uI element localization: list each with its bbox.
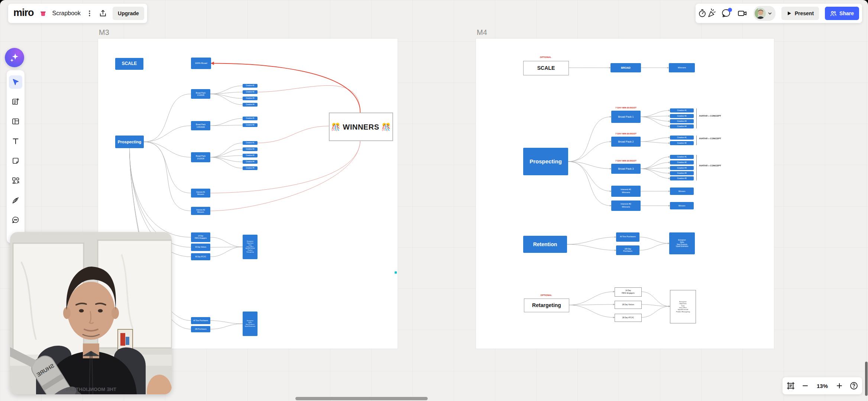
diagram-node-c2b[interactable]: Creative #2 <box>670 141 694 145</box>
diagram-node-c1c[interactable]: Creative #3 <box>243 97 258 100</box>
tool-text[interactable] <box>9 134 22 148</box>
board-title[interactable]: Scrapbook <box>52 10 81 17</box>
note-annotation: AVATAR + CONCEPT <box>699 115 721 117</box>
diagram-node-bp1[interactable]: Broad Pack 1/1/2026 <box>191 89 210 99</box>
tool-templates[interactable] <box>9 95 22 108</box>
diagram-node-c3d[interactable]: Creative #4 <box>670 171 694 175</box>
diagram-node-c1c[interactable]: Creative #3 <box>670 119 694 123</box>
note-annotation: AVATAR + CONCEPT <box>699 164 721 167</box>
diagram-node-bp3[interactable]: Broad Pack 2/1/2026 <box>191 152 210 162</box>
diagram-node-c3e[interactable]: Creative #5 <box>243 166 258 170</box>
upgrade-button[interactable]: Upgrade <box>113 7 144 20</box>
diagram-node-c3c[interactable]: Creative #3 <box>670 166 694 170</box>
diagram-node-c1a[interactable]: Creative #1 <box>243 84 258 88</box>
diagram-node-int1[interactable]: Interest #1 Winners <box>191 189 210 198</box>
diagram-node-scale[interactable]: SCALE <box>115 58 143 70</box>
diagram-node-scalew[interactable]: SCALE <box>523 61 569 75</box>
diagram-node-broad[interactable]: BROAD <box>610 63 641 72</box>
bracket-line <box>696 108 697 128</box>
diagram-node-retbox[interactable]: Evergreen Sales New Products Upsell Exte… <box>669 232 695 254</box>
zoom-in-button[interactable] <box>836 382 843 389</box>
present-button[interactable]: Present <box>781 7 819 20</box>
diagram-node-btbox[interactable]: Evergreen Sales New Products Upsell Exte… <box>243 312 258 336</box>
diagram-node-c3e[interactable]: Creative #5 <box>670 176 694 180</box>
miro-logo[interactable]: miro <box>13 7 34 19</box>
diagram-node-c2a[interactable]: Creative #1 <box>243 117 258 120</box>
tool-select[interactable] <box>9 75 22 89</box>
diagram-node-rt3[interactable]: 90 Day ATC/IC <box>191 253 210 260</box>
diagram-node-c2a[interactable]: Creative #1 <box>670 136 694 140</box>
diagram-node-c3c[interactable]: Creative #3 <box>243 154 258 157</box>
diagram-node-c1b[interactable]: Creative #2 <box>243 90 258 94</box>
diagram-node-broad100[interactable]: 100% Broad <box>191 58 211 69</box>
shirt-text: THE MOONLIGHTERS <box>66 387 116 392</box>
more-menu-icon[interactable] <box>86 10 93 17</box>
diagram-node-bp3[interactable]: Broad Pack 3 <box>611 164 641 174</box>
diagram-node-w1[interactable]: Winners <box>670 188 694 195</box>
export-icon[interactable] <box>98 9 107 18</box>
tool-comment[interactable] <box>9 213 22 226</box>
diagram-node-bp2[interactable]: Broad Pack 1/15/2026 <box>191 121 210 130</box>
diagram-node-c1a[interactable]: Creative #1 <box>670 108 694 113</box>
red-annotation: 7 DAY MIN BUDGET <box>611 107 641 109</box>
diagram-node-c1d[interactable]: Creative #4 <box>670 124 694 128</box>
diagram-node-r28a[interactable]: 28 Day ATC/IC <box>615 314 642 322</box>
tool-sticky-note[interactable] <box>9 154 22 167</box>
video-chat-icon[interactable] <box>737 9 748 18</box>
help-button[interactable] <box>849 381 858 390</box>
diagram-node-rtbox[interactable]: Evergreen Objections Data Intro Offers U… <box>243 235 258 259</box>
diagram-node-bt1[interactable]: All Time Purchasers <box>191 317 210 324</box>
diagram-node-int1[interactable]: Interest #1 Winners <box>611 186 641 197</box>
fit-to-screen-icon[interactable] <box>786 381 795 390</box>
comments-icon[interactable] <box>722 9 731 18</box>
diagram-node-rt2[interactable]: 30 Day Visitors <box>191 244 210 251</box>
board-project-icon[interactable] <box>39 9 47 17</box>
diagram-node-c3a[interactable]: Creative #1 <box>243 141 258 145</box>
horizontal-scrollbar[interactable] <box>295 397 428 400</box>
diagram-node-rt1[interactable]: 14 Day FB/IG Engagers <box>191 232 210 242</box>
vertical-scrollbar[interactable] <box>865 362 868 396</box>
zoom-out-button[interactable] <box>802 382 809 389</box>
account-menu[interactable] <box>754 6 775 21</box>
diagram-node-c3d[interactable]: Creative #4 <box>243 160 258 164</box>
frame-m3-title[interactable]: M3 <box>99 28 109 37</box>
tool-frames[interactable] <box>9 115 22 128</box>
diagram-node-d180[interactable]: 180 Day Purchasers <box>616 245 639 255</box>
diagram-node-rtgbox[interactable]: Evergreen Objections Data Intro Offers U… <box>670 290 696 323</box>
red-annotation: OPTIONAL <box>524 294 569 296</box>
tool-shapes[interactable] <box>9 174 22 187</box>
diagram-node-atp[interactable]: All Time Purchasers <box>616 232 639 242</box>
diagram-node-bp2[interactable]: Broad Pack 2 <box>611 137 641 147</box>
diagram-node-retention[interactable]: Retention <box>523 236 567 253</box>
diagram-node-prospecting[interactable]: Prospecting <box>115 136 144 148</box>
diagram-node-r28v[interactable]: 28 Day Visitors <box>615 301 642 309</box>
frame-m4-title[interactable]: M4 <box>477 28 487 37</box>
webcam-video-overlay[interactable]: SHURE THE MOONLIGHTERS <box>10 232 172 394</box>
diagram-node-c1d[interactable]: Creative #4 <box>243 103 258 107</box>
ai-assist-button[interactable] <box>5 48 24 67</box>
share-button[interactable]: Share <box>825 7 859 20</box>
diagram-node-c2b[interactable]: Creative #2 <box>243 123 258 127</box>
diagram-node-int2[interactable]: Interest #2 Winners <box>191 207 210 215</box>
diagram-node-c1b[interactable]: Creative #2 <box>670 114 694 118</box>
diagram-node-c3a[interactable]: Creative #1 <box>670 155 694 159</box>
diagram-node-prospecting[interactable]: Prospecting <box>523 148 568 175</box>
diagram-node-wtop[interactable]: Winners <box>669 63 695 72</box>
diagram-node-c3b[interactable]: Creative #2 <box>243 147 258 151</box>
diagram-node-bt2[interactable]: 180 Purchasers <box>191 326 210 332</box>
diagram-node-w2[interactable]: Winners <box>670 202 694 209</box>
zoom-level[interactable]: 13% <box>815 383 829 389</box>
red-annotation: OPTIONAL <box>523 56 568 58</box>
frame-m4[interactable]: M4 SCALEBROADWinnersProspectingBroad Pac… <box>476 39 774 349</box>
avatar <box>755 8 766 19</box>
diagram-node-int2[interactable]: Interest #2 Winners <box>611 200 641 211</box>
diagram-node-retargeting[interactable]: Retargeting <box>524 299 569 312</box>
collaborator-cursor-dot <box>395 271 397 274</box>
facilitation-tools-icon[interactable] <box>699 9 716 18</box>
diagram-node-c3b[interactable]: Creative #2 <box>670 160 694 164</box>
tool-pen[interactable] <box>9 193 22 207</box>
diagram-node-winners[interactable]: 🎊 WINNERS 🎊 <box>329 113 393 141</box>
diagram-node-r14[interactable]: 14 Day FB/IG Engagers <box>615 287 642 297</box>
top-left-toolbar: miro Scrapbook Upgrade <box>8 4 147 23</box>
diagram-node-bp1[interactable]: Broad Pack 1 <box>611 111 641 123</box>
